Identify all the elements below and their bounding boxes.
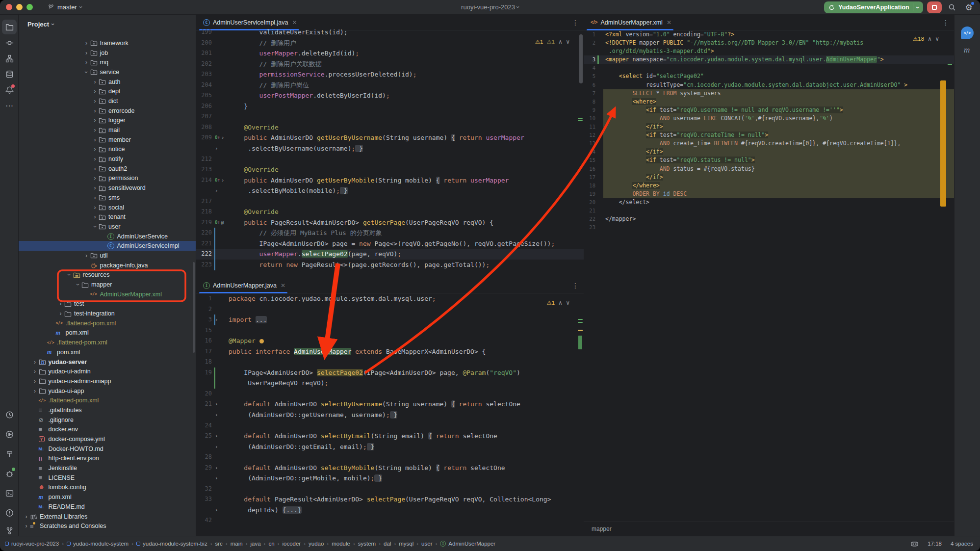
line-number[interactable]: 16 xyxy=(584,165,597,173)
indent-setting[interactable]: 4 spaces xyxy=(951,541,973,547)
code-text[interactable] xyxy=(227,515,584,526)
code-line-16[interactable]: 16 AND status = #{reqVO.status} xyxy=(584,165,954,173)
tree-item-external-libraries[interactable]: ›External Libraries xyxy=(19,512,196,522)
database-icon[interactable] xyxy=(2,67,17,81)
code-text[interactable]: // 删除用户 xyxy=(227,38,584,49)
gutter-markers[interactable] xyxy=(597,114,603,123)
line-number[interactable]: 15 xyxy=(584,156,597,164)
code-text[interactable] xyxy=(227,357,584,367)
line-number[interactable]: 2 xyxy=(584,39,597,47)
line-number[interactable]: 22 xyxy=(584,215,597,223)
line-number[interactable]: 206 xyxy=(196,101,214,112)
code-line-25[interactable]: 25› default AdminUserDO selectByEmail(St… xyxy=(196,431,584,442)
line-number[interactable]: 3 xyxy=(584,55,597,64)
gutter-markers[interactable] xyxy=(597,47,603,55)
code-text[interactable]: </select> xyxy=(603,198,954,207)
line-number[interactable]: 18 xyxy=(584,182,597,190)
more-icon[interactable]: ⋯ xyxy=(2,98,17,113)
gutter-markers[interactable] xyxy=(597,207,603,215)
gutter-markers[interactable] xyxy=(214,59,227,70)
editor-scrollbar[interactable] xyxy=(579,34,583,83)
gutter-markers[interactable] xyxy=(214,238,227,249)
tab-adminusermapper-java[interactable]: I AdminUserMapper.java ✕ xyxy=(196,278,290,293)
tree-item-mq[interactable]: ›mq xyxy=(19,57,196,67)
inspection-widget[interactable]: ⚠1 ∧ ∨ xyxy=(546,299,570,306)
code-text[interactable] xyxy=(603,64,954,72)
gutter-markers[interactable] xyxy=(597,64,603,72)
line-number[interactable]: 11 xyxy=(584,123,597,131)
breadcrumb-item-module[interactable]: module xyxy=(332,541,350,547)
line-number[interactable]: 14 xyxy=(584,148,597,156)
caret-position[interactable]: 17:18 xyxy=(928,541,942,547)
code-text[interactable]: public PageResult<AdminUserDO> getUserPa… xyxy=(227,217,584,228)
gutter-markers[interactable] xyxy=(214,27,227,38)
chevron-collapsed-icon[interactable]: › xyxy=(91,165,99,172)
code-line-10[interactable]: 10 AND username LIKE CONCAT('%',#{reqVO.… xyxy=(584,114,954,123)
chevron-collapsed-icon[interactable]: › xyxy=(31,388,39,394)
code-text[interactable]: AND status = #{reqVO.status} xyxy=(603,165,954,173)
tab-adminusermapper-xml[interactable]: </> AdminUserMapper.xml ✕ xyxy=(584,15,676,30)
gutter-markers[interactable] xyxy=(214,154,227,165)
line-number[interactable]: 200 xyxy=(196,38,214,49)
code-text[interactable] xyxy=(227,452,584,463)
next-issue-icon[interactable]: ∨ xyxy=(935,35,939,42)
tree-item-package-info-java[interactable]: package-info.java xyxy=(19,261,196,270)
code-line-212[interactable]: 212 xyxy=(196,154,584,165)
code-text[interactable]: userMapper.selectPage02(page, reqVO); xyxy=(227,249,584,260)
line-number[interactable]: 1 xyxy=(584,30,597,39)
code-line-6[interactable]: 6 resultType="cn.iocoder.yudao.module.sy… xyxy=(584,81,954,89)
code-line-209[interactable]: 209O↑› public AdminUserDO getUserByUsern… xyxy=(196,132,584,143)
code-text[interactable]: package cn.iocoder.yudao.module.system.d… xyxy=(227,293,584,304)
chevron-collapsed-icon[interactable]: › xyxy=(31,368,39,375)
code-text[interactable]: UserPageReqVO reqVO); xyxy=(227,378,584,389)
code-text[interactable]: userPostMapper.deleteByUserId(id); xyxy=(227,90,584,101)
chevron-collapsed-icon[interactable]: › xyxy=(91,146,99,153)
line-number[interactable] xyxy=(196,442,214,452)
chevron-expanded-icon[interactable]: › xyxy=(83,69,90,76)
code-text[interactable]: public interface AdminUserMapper extends… xyxy=(227,346,584,357)
code-text[interactable]: @Mapper xyxy=(227,336,584,346)
line-number[interactable]: 212 xyxy=(196,154,214,165)
code-text[interactable]: <if test="reqVO.username != null and req… xyxy=(603,106,954,114)
next-issue-icon[interactable]: ∨ xyxy=(566,38,570,45)
code-line-18[interactable]: 18 </where> xyxy=(584,182,954,190)
code-text[interactable]: </where> xyxy=(603,182,954,190)
gutter-markers[interactable] xyxy=(597,81,603,89)
code-line-42[interactable]: 42 xyxy=(196,515,584,526)
breadcrumb-item-adminusermapper[interactable]: IAdminUserMapper xyxy=(440,541,495,547)
code-line-13[interactable]: 13 AND create_time BETWEEN #{reqVO.creat… xyxy=(584,139,954,148)
code-line-201[interactable]: 201 userMapper.deleteById(id); xyxy=(196,48,584,59)
gutter-markers[interactable] xyxy=(214,452,227,463)
gutter-markers[interactable] xyxy=(597,165,603,173)
chevron-collapsed-icon[interactable]: › xyxy=(23,523,30,529)
chevron-collapsed-icon[interactable]: › xyxy=(31,359,39,366)
xml-breadcrumb-bar[interactable]: mapper xyxy=(584,522,954,536)
line-number[interactable]: 23 xyxy=(584,223,597,232)
code-line-14[interactable]: 14 </if> xyxy=(584,148,954,156)
project-panel-header[interactable]: Project › xyxy=(19,15,196,33)
structure-icon[interactable] xyxy=(2,51,17,66)
tree-item-dept[interactable]: ›dept xyxy=(19,86,196,96)
breadcrumb-item-system[interactable]: system xyxy=(358,541,376,547)
breadcrumb-item-iocoder[interactable]: iocoder xyxy=(282,541,301,547)
chevron-collapsed-icon[interactable]: › xyxy=(83,252,90,259)
tree-item-yudao-ui-admin[interactable]: ›yudao-ui-admin xyxy=(19,367,196,376)
breadcrumb-item-java[interactable]: java xyxy=(250,541,260,547)
code-line-9[interactable]: 9 <if test="reqVO.username != null and r… xyxy=(584,106,954,114)
code-line-4[interactable]: 4 xyxy=(584,64,954,72)
line-number[interactable]: 12 xyxy=(584,131,597,139)
code-line-32[interactable]: 32 xyxy=(196,484,584,495)
code-line-wrap[interactable]: UserPageReqVO reqVO); xyxy=(196,378,584,389)
gutter-markers[interactable] xyxy=(214,48,227,59)
code-line-33[interactable]: 33 default PageResult<AdminUserDO> selec… xyxy=(196,494,584,505)
line-number[interactable]: 218 xyxy=(196,207,214,217)
line-number[interactable]: 4 xyxy=(584,64,597,72)
chevron-collapsed-icon[interactable]: › xyxy=(23,513,30,520)
tree-item-logger[interactable]: ›logger xyxy=(19,116,196,126)
settings-button[interactable]: ⚙ xyxy=(962,1,975,13)
gutter-markers[interactable]: › xyxy=(214,410,227,420)
line-number[interactable]: 10 xyxy=(584,114,597,123)
code-text[interactable]: .org/dtd/mybatis-3-mapper.dtd"> xyxy=(603,47,954,55)
tree-item--flattened-pom-xml[interactable]: </>.flattened-pom.xml xyxy=(19,318,196,328)
gutter-markers[interactable] xyxy=(597,215,603,223)
